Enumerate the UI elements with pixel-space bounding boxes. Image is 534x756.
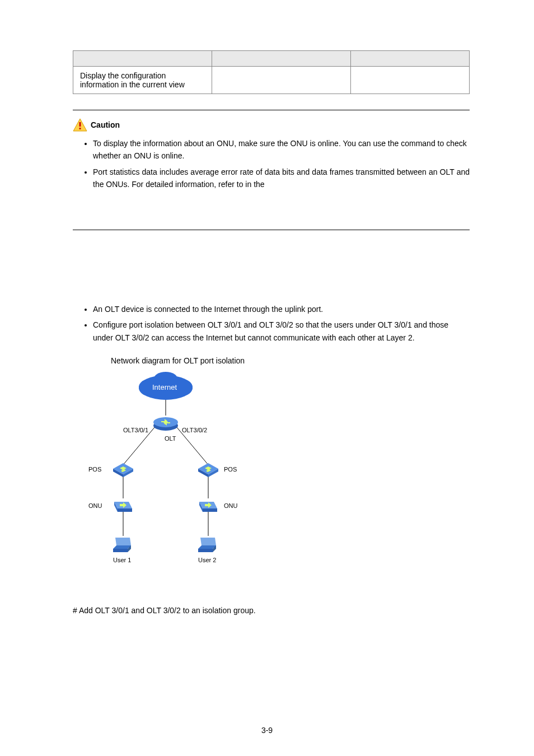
table-cell-2 [212, 67, 350, 94]
caution-item-1: To display the information about an ONU,… [93, 137, 470, 162]
svg-marker-36 [198, 549, 213, 552]
svg-rect-2 [79, 128, 81, 129]
table-cell-3 [350, 67, 469, 94]
caution-block: Caution To display the information about… [73, 110, 470, 230]
label-olt-right: OLT3/0/2 [182, 427, 207, 433]
svg-rect-1 [79, 122, 81, 127]
onu-right-icon [199, 502, 217, 512]
svg-marker-28 [115, 538, 131, 545]
table-header-1 [73, 51, 212, 67]
label-user2: User 2 [198, 557, 216, 563]
svg-marker-23 [118, 508, 132, 512]
label-onu-right: ONU [224, 502, 237, 509]
svg-marker-33 [200, 538, 216, 545]
olt-router-icon [153, 417, 178, 431]
procedure-step: # Add OLT 3/0/1 and OLT 3/0/2 to an isol… [73, 606, 470, 615]
table-cell-desc: Display the configuration information in… [73, 67, 212, 94]
list-item: An OLT device is connected to the Intern… [93, 303, 470, 315]
label-pos-right: POS [224, 466, 237, 473]
caution-text-1a: To display the information about an ONU,… [93, 139, 401, 148]
caution-text-2a: Port statistics data includes average er… [93, 167, 470, 189]
warning-icon [73, 118, 87, 132]
caution-title: Caution [91, 120, 120, 129]
caution-text-2b: in the [245, 180, 264, 189]
page-number: 3-9 [0, 726, 534, 735]
config-table: Display the configuration information in… [73, 50, 470, 94]
label-internet: Internet [152, 383, 177, 391]
table-row: Display the configuration information in… [73, 67, 470, 94]
list-item: Configure port isolation between OLT 3/0… [93, 319, 470, 344]
onu-left-icon [114, 502, 132, 512]
label-olt-left: OLT3/0/1 [123, 427, 148, 433]
table-header-3 [350, 51, 469, 67]
label-pos-left: POS [88, 466, 101, 473]
table-header-2 [212, 51, 350, 67]
pos-left-icon [113, 463, 133, 477]
user2-pc-icon [198, 538, 216, 552]
label-user1: User 1 [113, 557, 131, 563]
diagram-svg [74, 371, 253, 578]
figure-caption: Network diagram for OLT port isolation [111, 356, 470, 365]
network-diagram: Internet OLT3/0/1 OLT3/0/2 OLT POS POS O… [74, 371, 253, 578]
caution-item-2: Port statistics data includes average er… [93, 166, 470, 191]
user1-pc-icon [113, 538, 131, 552]
pos-right-icon [198, 463, 218, 477]
svg-marker-26 [203, 508, 217, 512]
svg-marker-31 [113, 549, 128, 552]
label-onu-left: ONU [88, 502, 102, 509]
label-olt: OLT [165, 435, 176, 442]
